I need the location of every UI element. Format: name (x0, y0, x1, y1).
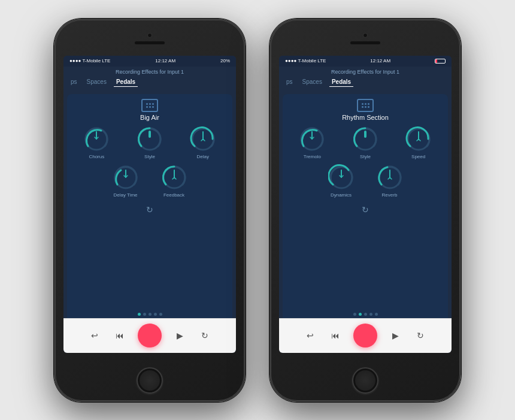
knob-style-2[interactable]: Style (341, 126, 390, 159)
knob-dynamics-dial[interactable] (328, 164, 355, 191)
transport-bar-1: ↩ ⏮ ▶ ↻ (63, 318, 236, 353)
dot-4 (154, 313, 157, 316)
knob-reverb-dial[interactable] (377, 164, 403, 191)
phone-body-1: ●●●● T-Mobile LTE 12:12 AM 20% Recording… (54, 19, 246, 402)
skip-back-button-2[interactable]: ⏮ (328, 328, 343, 343)
undo-button-2[interactable]: ↩ (303, 328, 317, 343)
pagination-1 (138, 313, 162, 316)
knobs-row2-1: Delay Time (103, 164, 196, 198)
knob-delay-dial[interactable] (190, 126, 216, 152)
knob-speed-dial[interactable] (405, 126, 432, 152)
title-text-2: Recording Effects for Input 1 (331, 69, 399, 75)
knobs-row1-1: Chorus Style (72, 126, 228, 159)
main-area-2: Rhythm Section (279, 90, 452, 327)
tab-ps-2[interactable]: ps (284, 77, 295, 87)
dot-3 (149, 313, 152, 316)
knob-speed-label: Speed (411, 154, 425, 159)
knob-reverb[interactable]: Reverb (367, 164, 412, 198)
dot-2-4 (369, 313, 372, 316)
record-button-2[interactable] (353, 324, 377, 348)
tab-pedals-1[interactable]: Pedals (114, 77, 138, 87)
nav-tabs-2: ps Spaces Pedals (279, 76, 452, 90)
dot-2-1 (353, 313, 356, 316)
knob-feedback-label: Feedback (163, 192, 184, 198)
knob-style-1[interactable]: Style (125, 126, 175, 159)
knob-style-1-label: Style (144, 154, 155, 159)
knob-delay[interactable]: Delay (178, 126, 228, 159)
knob-style-2-label: Style (360, 154, 371, 159)
transport-bar-2: ↩ ⏮ ▶ ↻ (279, 318, 452, 353)
undo-button-1[interactable]: ↩ (87, 328, 102, 343)
knob-tremolo-dial[interactable] (299, 126, 325, 152)
dot-2-2 (359, 313, 362, 316)
knob-tremolo[interactable]: Tremolo (287, 126, 337, 159)
main-area-1: Big Air (63, 90, 236, 327)
knob-style-1-dial[interactable] (137, 126, 163, 152)
knob-delaytime-label: Delay Time (113, 192, 137, 198)
tab-spaces-2[interactable]: Spaces (300, 77, 325, 87)
tab-ps-1[interactable]: ps (68, 77, 80, 87)
knob-reverb-label: Reverb (382, 192, 398, 198)
time-2: 12:12 AM (370, 58, 390, 64)
home-button-1[interactable] (137, 367, 163, 394)
phone-2: ●●●● T-Mobile LTE 12:12 AM Recording Eff… (269, 19, 461, 402)
reset-icon-2[interactable]: ↻ (362, 205, 369, 214)
time-1: 12:12 AM (155, 58, 175, 64)
title-bar-1: Recording Effects for Input 1 (63, 67, 236, 76)
carrier-2: ●●●● T-Mobile LTE (285, 58, 326, 64)
reset-icon-1[interactable]: ↻ (146, 205, 153, 214)
dot-2-3 (364, 313, 367, 316)
knob-delay-label: Delay (196, 154, 208, 159)
pedal-name-1: Big Air (140, 114, 159, 121)
play-button-2[interactable]: ▶ (388, 328, 402, 343)
loop-button-2[interactable]: ↻ (413, 328, 428, 343)
knob-speed[interactable]: Speed (393, 126, 443, 159)
knob-chorus[interactable]: Chorus (72, 126, 122, 159)
knob-style-2-dial[interactable] (352, 126, 378, 152)
status-bar-2: ●●●● T-Mobile LTE 12:12 AM (279, 56, 452, 67)
status-bar-1: ●●●● T-Mobile LTE 12:12 AM 20% (63, 56, 236, 67)
knobs-row2-2: Dynamics (319, 164, 412, 198)
tab-spaces-1[interactable]: Spaces (84, 77, 109, 87)
dot-5 (159, 313, 162, 316)
knobs-row1-2: Tremolo Style (287, 126, 443, 159)
title-bar-2: Recording Effects for Input 1 (279, 67, 452, 76)
knob-delaytime[interactable]: Delay Time (103, 164, 148, 198)
pedal-card-2: Rhythm Section (283, 94, 448, 323)
knob-chorus-label: Chorus (89, 154, 104, 159)
pedal-icon-2 (357, 99, 374, 112)
speaker-2 (350, 41, 380, 44)
dot-2 (143, 313, 146, 316)
front-camera-1 (147, 33, 152, 38)
phone-1: ●●●● T-Mobile LTE 12:12 AM 20% Recording… (54, 19, 246, 402)
phone-body-2: ●●●● T-Mobile LTE 12:12 AM Recording Eff… (269, 19, 461, 402)
pedal-icon-1 (141, 99, 158, 112)
battery-2 (435, 58, 446, 64)
screen-2: ●●●● T-Mobile LTE 12:12 AM Recording Eff… (279, 56, 452, 353)
dot-2-5 (375, 313, 378, 316)
tab-pedals-2[interactable]: Pedals (329, 77, 353, 87)
pagination-2 (353, 313, 378, 316)
knob-chorus-dial[interactable] (83, 126, 110, 152)
carrier-1: ●●●● T-Mobile LTE (69, 58, 110, 64)
svg-rect-8 (364, 131, 366, 138)
record-button-1[interactable] (138, 324, 162, 348)
pedal-name-2: Rhythm Section (342, 114, 389, 121)
knob-feedback[interactable]: Feedback (152, 164, 196, 198)
speaker-1 (135, 41, 165, 44)
knob-dynamics-label: Dynamics (331, 192, 352, 198)
nav-tabs-1: ps Spaces Pedals (63, 76, 236, 90)
knob-dynamics[interactable]: Dynamics (319, 164, 363, 198)
home-button-2[interactable] (352, 367, 378, 394)
svg-rect-2 (149, 131, 151, 138)
knob-delaytime-dial[interactable] (113, 164, 139, 191)
skip-back-button-1[interactable]: ⏮ (113, 328, 127, 343)
front-camera-2 (363, 33, 368, 38)
battery-1: 20% (220, 58, 230, 64)
knob-tremolo-label: Tremolo (304, 154, 321, 159)
knob-feedback-dial[interactable] (161, 164, 187, 191)
loop-button-1[interactable]: ↻ (198, 328, 212, 343)
play-button-1[interactable]: ▶ (172, 328, 187, 343)
title-text-1: Recording Effects for Input 1 (116, 69, 184, 75)
dot-1 (138, 313, 141, 316)
